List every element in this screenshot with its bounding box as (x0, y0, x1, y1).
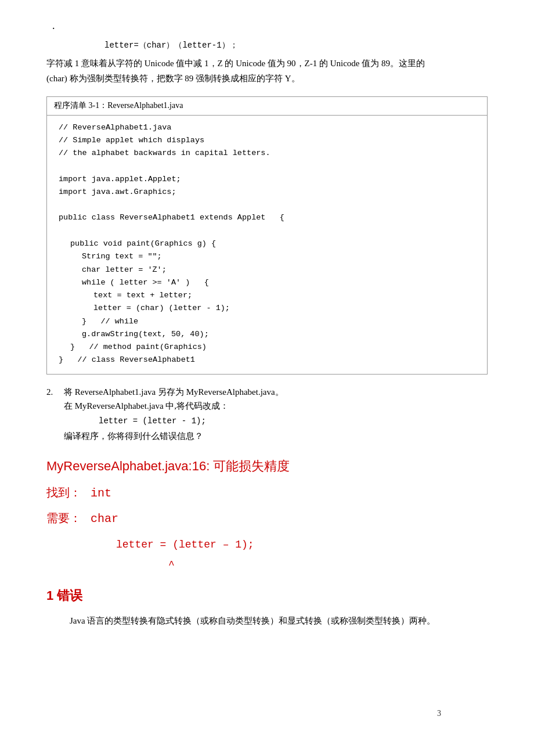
code-line-8: String text = ""; (59, 250, 475, 263)
code-line-10: while ( letter >= 'A' ) { (59, 276, 475, 289)
error-need-label: 需要： (46, 509, 81, 527)
code-line-14: g.drawString(text, 50, 40); (59, 328, 475, 341)
code-line-15: } // method paint(Graphics) (59, 341, 475, 354)
error-need-value: char (91, 510, 118, 528)
code-line-11: text = text + letter; (59, 289, 475, 302)
page-number: 3 (437, 707, 441, 720)
error-found-label: 找到： (46, 483, 81, 502)
code-line-3: // the alphabet backwards in capital let… (59, 147, 475, 160)
section-heading: 1 错误 (46, 585, 488, 606)
code-line-5: import java.awt.Graphics; (59, 186, 475, 199)
error-need-line: 需要： char (46, 509, 488, 528)
error-found-value: int (91, 484, 111, 503)
code-line-blank-2 (59, 199, 475, 211)
code-line-7: public void paint(Graphics g) { (59, 237, 475, 250)
code-listing-body: // ReverseAlphabet1.java // Simple apple… (47, 116, 487, 374)
code-listing-box: 程序清单 3-1：ReverseAlphabet1.java // Revers… (46, 96, 488, 374)
step-2-line3: 编译程序，你将得到什么错误信息？ (64, 429, 488, 443)
step-2-number: 2. (46, 385, 64, 443)
code-line-12: letter = (char) (letter - 1); (59, 302, 475, 315)
code-line-blank-1 (59, 160, 475, 172)
intro-code-line: letter=（char）（letter-1）； (104, 39, 488, 52)
error-heading: MyReverseAlphabet.java:16: 可能损失精度 (46, 456, 488, 476)
error-caret: ^ (116, 557, 488, 574)
step-2-code: letter = (letter - 1); (99, 415, 488, 427)
section-paragraph: Java 语言的类型转换有隐式转换（或称自动类型转换）和显式转换（或称强制类型转… (70, 614, 488, 629)
code-line-13: } // while (59, 315, 475, 328)
code-line-1: // ReverseAlphabet1.java (59, 121, 475, 134)
code-line-blank-3 (59, 225, 475, 237)
step-2-item: 2. 将 ReverseAlphabet1.java 另存为 MyReverse… (46, 385, 488, 443)
code-line-2: // Simple applet which displays (59, 134, 475, 147)
error-found-line: 找到： int (46, 483, 488, 503)
code-line-16: } // class ReverseAlphabet1 (59, 354, 475, 366)
code-line-9: char letter = 'Z'; (59, 264, 475, 276)
step-2-line2: 在 MyReverseAlphabet.java 中,将代码改成： (64, 399, 488, 413)
step-2-line1: 将 ReverseAlphabet1.java 另存为 MyReverseAlp… (64, 385, 488, 399)
intro-paragraph-1: 字符减 1 意味着从字符的 Unicode 值中减 1，Z 的 Unicode … (46, 56, 488, 86)
code-listing-title: 程序清单 3-1：ReverseAlphabet1.java (47, 97, 487, 115)
dot: . (52, 17, 488, 34)
step-2-content: 将 ReverseAlphabet1.java 另存为 MyReverseAlp… (64, 385, 488, 443)
code-line-4: import java.applet.Applet; (59, 173, 475, 186)
code-line-6: public class ReverseAlphabet1 extends Ap… (59, 211, 475, 224)
error-code-display: letter = (letter – 1); (116, 537, 488, 553)
